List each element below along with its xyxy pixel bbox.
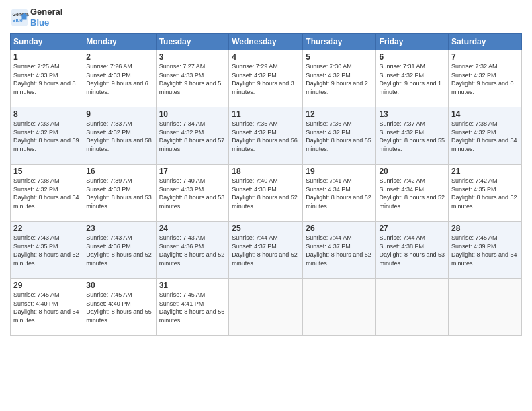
day-number: 8 bbox=[13, 109, 80, 119]
weekday-sunday: Sunday bbox=[11, 34, 83, 50]
day-number: 16 bbox=[86, 167, 152, 176]
day-number: 31 bbox=[159, 281, 226, 290]
day-number: 7 bbox=[451, 52, 519, 62]
page: General Blue General Blue SundayMondayTu… bbox=[0, 0, 532, 411]
calendar-cell: 11Sunrise: 7:35 AMSunset: 4:32 PMDayligh… bbox=[229, 107, 303, 165]
day-info: Sunrise: 7:43 AMSunset: 4:35 PMDaylight:… bbox=[13, 234, 80, 267]
calendar-cell bbox=[376, 279, 449, 336]
day-info: Sunrise: 7:44 AMSunset: 4:38 PMDaylight:… bbox=[379, 234, 445, 267]
day-info: Sunrise: 7:42 AMSunset: 4:35 PMDaylight:… bbox=[451, 177, 519, 210]
day-info: Sunrise: 7:45 AMSunset: 4:40 PMDaylight:… bbox=[13, 291, 80, 324]
day-info: Sunrise: 7:45 AMSunset: 4:40 PMDaylight:… bbox=[86, 291, 152, 324]
calendar-table: SundayMondayTuesdayWednesdayThursdayFrid… bbox=[10, 33, 522, 336]
calendar-cell: 13Sunrise: 7:37 AMSunset: 4:32 PMDayligh… bbox=[376, 107, 449, 165]
calendar-cell: 23Sunrise: 7:43 AMSunset: 4:36 PMDayligh… bbox=[83, 222, 156, 279]
day-info: Sunrise: 7:40 AMSunset: 4:33 PMDaylight:… bbox=[159, 177, 226, 210]
header: General Blue General Blue bbox=[10, 7, 522, 28]
day-info: Sunrise: 7:37 AMSunset: 4:32 PMDaylight:… bbox=[379, 120, 445, 153]
calendar-cell: 19Sunrise: 7:41 AMSunset: 4:34 PMDayligh… bbox=[303, 165, 376, 222]
day-number: 29 bbox=[13, 281, 80, 290]
day-info: Sunrise: 7:33 AMSunset: 4:32 PMDaylight:… bbox=[13, 120, 80, 153]
calendar-cell: 7Sunrise: 7:32 AMSunset: 4:32 PMDaylight… bbox=[449, 50, 522, 107]
calendar-week-1: 1Sunrise: 7:25 AMSunset: 4:33 PMDaylight… bbox=[11, 50, 522, 107]
calendar-cell: 16Sunrise: 7:39 AMSunset: 4:33 PMDayligh… bbox=[83, 165, 156, 222]
day-info: Sunrise: 7:38 AMSunset: 4:32 PMDaylight:… bbox=[13, 177, 80, 210]
day-number: 1 bbox=[13, 52, 80, 62]
calendar-cell: 20Sunrise: 7:42 AMSunset: 4:34 PMDayligh… bbox=[376, 165, 449, 222]
calendar-cell: 4Sunrise: 7:29 AMSunset: 4:32 PMDaylight… bbox=[229, 50, 303, 107]
logo: General Blue General Blue bbox=[10, 7, 62, 28]
calendar-week-2: 8Sunrise: 7:33 AMSunset: 4:32 PMDaylight… bbox=[11, 107, 522, 165]
day-number: 9 bbox=[86, 109, 152, 119]
day-info: Sunrise: 7:40 AMSunset: 4:33 PMDaylight:… bbox=[232, 177, 300, 210]
calendar-cell: 31Sunrise: 7:45 AMSunset: 4:41 PMDayligh… bbox=[156, 279, 229, 336]
day-info: Sunrise: 7:41 AMSunset: 4:34 PMDaylight:… bbox=[306, 177, 373, 210]
calendar-cell: 10Sunrise: 7:34 AMSunset: 4:32 PMDayligh… bbox=[156, 107, 229, 165]
day-number: 25 bbox=[232, 224, 300, 233]
day-number: 30 bbox=[86, 281, 152, 290]
day-number: 24 bbox=[159, 224, 226, 233]
day-info: Sunrise: 7:33 AMSunset: 4:32 PMDaylight:… bbox=[86, 120, 152, 153]
calendar-week-3: 15Sunrise: 7:38 AMSunset: 4:32 PMDayligh… bbox=[11, 165, 522, 222]
calendar-cell: 27Sunrise: 7:44 AMSunset: 4:38 PMDayligh… bbox=[376, 222, 449, 279]
day-info: Sunrise: 7:32 AMSunset: 4:32 PMDaylight:… bbox=[451, 62, 519, 96]
calendar-cell: 3Sunrise: 7:27 AMSunset: 4:33 PMDaylight… bbox=[156, 50, 229, 107]
day-info: Sunrise: 7:44 AMSunset: 4:37 PMDaylight:… bbox=[306, 234, 373, 267]
calendar-cell: 1Sunrise: 7:25 AMSunset: 4:33 PMDaylight… bbox=[11, 50, 83, 107]
day-number: 15 bbox=[13, 167, 80, 176]
day-number: 10 bbox=[159, 109, 226, 119]
calendar-cell bbox=[303, 279, 376, 336]
calendar-cell: 24Sunrise: 7:43 AMSunset: 4:36 PMDayligh… bbox=[156, 222, 229, 279]
weekday-monday: Monday bbox=[83, 34, 156, 50]
day-number: 28 bbox=[451, 224, 519, 233]
weekday-wednesday: Wednesday bbox=[229, 34, 303, 50]
calendar-cell bbox=[229, 279, 303, 336]
day-info: Sunrise: 7:30 AMSunset: 4:32 PMDaylight:… bbox=[306, 62, 373, 96]
logo-text: General Blue bbox=[30, 7, 62, 28]
day-info: Sunrise: 7:27 AMSunset: 4:33 PMDaylight:… bbox=[159, 62, 226, 96]
calendar-week-5: 29Sunrise: 7:45 AMSunset: 4:40 PMDayligh… bbox=[11, 279, 522, 336]
calendar-cell: 6Sunrise: 7:31 AMSunset: 4:32 PMDaylight… bbox=[376, 50, 449, 107]
calendar-cell: 14Sunrise: 7:38 AMSunset: 4:32 PMDayligh… bbox=[449, 107, 522, 165]
day-info: Sunrise: 7:43 AMSunset: 4:36 PMDaylight:… bbox=[86, 234, 152, 267]
calendar-cell: 9Sunrise: 7:33 AMSunset: 4:32 PMDaylight… bbox=[83, 107, 156, 165]
day-number: 11 bbox=[232, 109, 300, 119]
day-number: 17 bbox=[159, 167, 226, 176]
day-info: Sunrise: 7:25 AMSunset: 4:33 PMDaylight:… bbox=[13, 62, 80, 96]
calendar-cell: 18Sunrise: 7:40 AMSunset: 4:33 PMDayligh… bbox=[229, 165, 303, 222]
day-info: Sunrise: 7:29 AMSunset: 4:32 PMDaylight:… bbox=[232, 62, 300, 96]
calendar-cell: 15Sunrise: 7:38 AMSunset: 4:32 PMDayligh… bbox=[11, 165, 83, 222]
day-info: Sunrise: 7:35 AMSunset: 4:32 PMDaylight:… bbox=[232, 120, 300, 153]
calendar-cell: 8Sunrise: 7:33 AMSunset: 4:32 PMDaylight… bbox=[11, 107, 83, 165]
day-number: 21 bbox=[451, 167, 519, 176]
day-info: Sunrise: 7:38 AMSunset: 4:32 PMDaylight:… bbox=[451, 120, 519, 153]
calendar-cell: 26Sunrise: 7:44 AMSunset: 4:37 PMDayligh… bbox=[303, 222, 376, 279]
calendar-cell: 12Sunrise: 7:36 AMSunset: 4:32 PMDayligh… bbox=[303, 107, 376, 165]
weekday-thursday: Thursday bbox=[303, 34, 376, 50]
weekday-saturday: Saturday bbox=[449, 34, 522, 50]
calendar-cell bbox=[449, 279, 522, 336]
svg-text:Blue: Blue bbox=[13, 18, 23, 23]
calendar-cell: 29Sunrise: 7:45 AMSunset: 4:40 PMDayligh… bbox=[11, 279, 83, 336]
day-number: 18 bbox=[232, 167, 300, 176]
logo-icon: General Blue bbox=[10, 8, 29, 27]
day-info: Sunrise: 7:45 AMSunset: 4:39 PMDaylight:… bbox=[451, 234, 519, 267]
day-number: 4 bbox=[232, 52, 300, 62]
day-number: 13 bbox=[379, 109, 445, 119]
day-info: Sunrise: 7:26 AMSunset: 4:33 PMDaylight:… bbox=[86, 62, 152, 96]
day-number: 26 bbox=[306, 224, 373, 233]
day-number: 2 bbox=[86, 52, 152, 62]
day-number: 6 bbox=[379, 52, 445, 62]
day-info: Sunrise: 7:42 AMSunset: 4:34 PMDaylight:… bbox=[379, 177, 445, 210]
day-number: 3 bbox=[159, 52, 226, 62]
day-number: 12 bbox=[306, 109, 373, 119]
day-number: 20 bbox=[379, 167, 445, 176]
day-number: 27 bbox=[379, 224, 445, 233]
day-info: Sunrise: 7:39 AMSunset: 4:33 PMDaylight:… bbox=[86, 177, 152, 210]
calendar-cell: 5Sunrise: 7:30 AMSunset: 4:32 PMDaylight… bbox=[303, 50, 376, 107]
day-info: Sunrise: 7:44 AMSunset: 4:37 PMDaylight:… bbox=[232, 234, 300, 267]
calendar-cell: 22Sunrise: 7:43 AMSunset: 4:35 PMDayligh… bbox=[11, 222, 83, 279]
calendar-cell: 25Sunrise: 7:44 AMSunset: 4:37 PMDayligh… bbox=[229, 222, 303, 279]
day-number: 19 bbox=[306, 167, 373, 176]
day-info: Sunrise: 7:34 AMSunset: 4:32 PMDaylight:… bbox=[159, 120, 226, 153]
